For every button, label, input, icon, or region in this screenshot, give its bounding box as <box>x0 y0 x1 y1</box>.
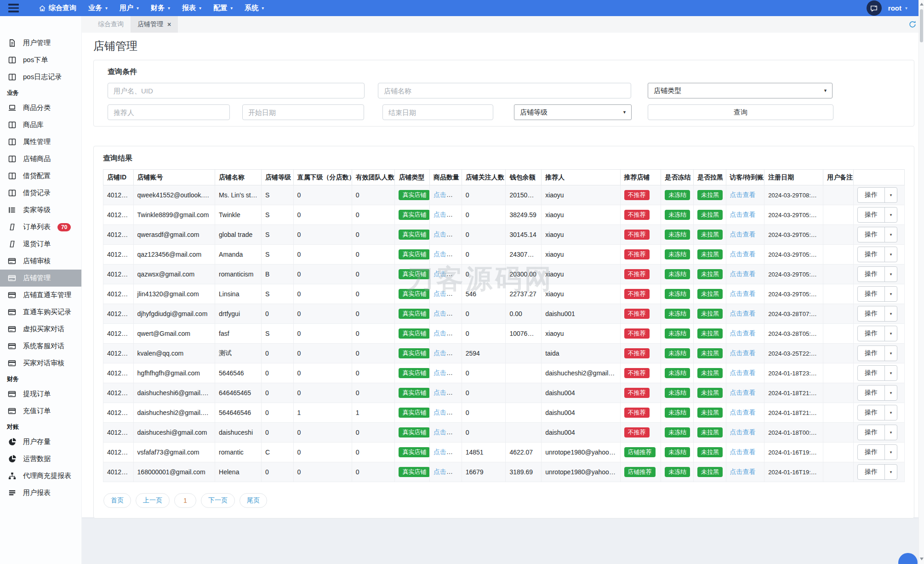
sidebar-item[interactable]: 买家对话审核 <box>0 355 81 372</box>
nav-item-1[interactable]: 业务▾ <box>88 4 108 12</box>
caret-down-icon[interactable]: ▾ <box>884 227 897 242</box>
caret-down-icon[interactable]: ▾ <box>884 247 897 262</box>
menu-toggle-icon[interactable] <box>0 0 27 16</box>
action-button[interactable]: 操作▾ <box>857 365 897 381</box>
view-link[interactable]: 点击查看 <box>433 211 459 218</box>
action-button[interactable]: 操作▾ <box>857 326 897 341</box>
caret-down-icon[interactable]: ▾ <box>884 306 897 321</box>
shop-name-input[interactable] <box>378 83 631 98</box>
nav-item-5[interactable]: 配置▾ <box>213 4 233 12</box>
view-link[interactable]: 点击查看 <box>730 270 756 277</box>
view-link[interactable]: 点击查看 <box>433 329 459 337</box>
action-button[interactable]: 操作▾ <box>857 266 897 282</box>
view-link[interactable]: 点击查看 <box>730 290 756 297</box>
action-button[interactable]: 操作▾ <box>857 405 897 420</box>
view-link[interactable]: 点击查看 <box>433 389 459 396</box>
start-date-input[interactable] <box>242 104 364 120</box>
page-scrollbar[interactable] <box>918 0 924 564</box>
close-icon[interactable]: × <box>167 21 171 28</box>
view-link[interactable]: 点击查看 <box>433 428 459 436</box>
search-button[interactable]: 查询 <box>648 104 833 120</box>
view-link[interactable]: 点击查看 <box>730 310 756 317</box>
view-link[interactable]: 点击查看 <box>433 290 459 297</box>
sidebar-item[interactable]: 充值订单 <box>0 403 81 420</box>
action-button[interactable]: 操作▾ <box>857 464 897 480</box>
scrollbar-thumb[interactable] <box>920 9 923 42</box>
user-menu[interactable]: root ▾ <box>888 4 907 12</box>
sidebar-item[interactable]: 商品分类 <box>0 99 81 116</box>
tab-query[interactable]: 综合查询 <box>91 16 131 33</box>
sidebar-item[interactable]: 店铺商品 <box>0 150 81 167</box>
caret-down-icon[interactable]: ▾ <box>884 267 897 282</box>
caret-down-icon[interactable]: ▾ <box>884 366 897 380</box>
caret-down-icon[interactable]: ▾ <box>884 346 897 361</box>
nav-item-0[interactable]: 综合查询 <box>39 4 76 12</box>
view-link[interactable]: 点击查看 <box>730 389 756 396</box>
pagination-button[interactable]: 首页 <box>103 493 131 508</box>
caret-down-icon[interactable]: ▾ <box>884 326 897 341</box>
action-button[interactable]: 操作▾ <box>857 444 897 460</box>
view-link[interactable]: 点击查看 <box>730 409 756 416</box>
caret-down-icon[interactable]: ▾ <box>884 386 897 400</box>
view-link[interactable]: 点击查看 <box>730 250 756 258</box>
username-input[interactable] <box>108 83 365 98</box>
action-button[interactable]: 操作▾ <box>857 286 897 302</box>
view-link[interactable]: 点击查看 <box>730 191 756 198</box>
caret-down-icon[interactable]: ▾ <box>884 425 897 440</box>
sidebar-item[interactable]: 卖家等级 <box>0 201 81 219</box>
view-link[interactable]: 点击查看 <box>730 428 756 436</box>
view-link[interactable]: 点击查看 <box>433 270 459 277</box>
scroll-up-icon[interactable] <box>920 3 924 6</box>
caret-down-icon[interactable]: ▾ <box>884 188 897 202</box>
sidebar-item[interactable]: 商品库 <box>0 116 81 133</box>
tab-shop-management[interactable]: 店铺管理 × <box>131 16 178 33</box>
action-button[interactable]: 操作▾ <box>857 385 897 401</box>
view-link[interactable]: 点击查看 <box>433 448 459 455</box>
sidebar-item[interactable]: 店铺审核 <box>0 253 81 270</box>
pagination-button[interactable]: 上一页 <box>136 493 170 508</box>
sidebar-item[interactable]: 退货订单 <box>0 236 81 253</box>
sidebar-item[interactable]: pos下单 <box>0 52 81 69</box>
action-button[interactable]: 操作▾ <box>857 227 897 242</box>
end-date-input[interactable] <box>382 104 493 120</box>
sidebar-item[interactable]: 用户存量 <box>0 433 81 450</box>
action-button[interactable]: 操作▾ <box>857 425 897 440</box>
pagination-current-page[interactable]: 1 <box>174 493 196 508</box>
sidebar-item[interactable]: 系统客服对话 <box>0 338 81 355</box>
view-link[interactable]: 点击查看 <box>433 191 459 198</box>
view-link[interactable]: 点击查看 <box>433 369 459 376</box>
view-link[interactable]: 点击查看 <box>433 349 459 357</box>
pagination-button[interactable]: 下一页 <box>201 493 235 508</box>
view-link[interactable]: 点击查看 <box>730 211 756 218</box>
view-link[interactable]: 点击查看 <box>730 468 756 475</box>
caret-down-icon[interactable]: ▾ <box>884 465 897 479</box>
action-button[interactable]: 操作▾ <box>857 345 897 361</box>
sidebar-item[interactable]: 用户报表 <box>0 484 81 501</box>
view-link[interactable]: 点击查看 <box>730 349 756 357</box>
action-button[interactable]: 操作▾ <box>857 187 897 203</box>
action-button[interactable]: 操作▾ <box>857 207 897 223</box>
sidebar-item[interactable]: 店铺管理 <box>0 270 81 287</box>
view-link[interactable]: 点击查看 <box>433 250 459 258</box>
refresh-icon[interactable] <box>908 20 917 30</box>
nav-item-4[interactable]: 报表▾ <box>182 4 201 12</box>
nav-item-6[interactable]: 系统▾ <box>245 4 264 12</box>
shop-level-select[interactable]: 店铺等级 ▼ <box>514 104 632 120</box>
sidebar-item[interactable]: pos日志记录 <box>0 69 81 86</box>
caret-down-icon[interactable]: ▾ <box>884 445 897 460</box>
view-link[interactable]: 点击查看 <box>433 310 459 317</box>
nav-item-3[interactable]: 财务▾ <box>151 4 170 12</box>
sidebar-item[interactable]: 提现订单 <box>0 386 81 403</box>
sidebar-item[interactable]: 店铺直通车管理 <box>0 287 81 304</box>
sidebar-item[interactable]: 运营数据 <box>0 450 81 467</box>
scroll-down-icon[interactable] <box>920 558 924 560</box>
chat-button[interactable] <box>867 0 882 16</box>
sidebar-item[interactable]: 虚拟买家对话 <box>0 321 81 338</box>
view-link[interactable]: 点击查看 <box>730 369 756 376</box>
sidebar-item[interactable]: 属性管理 <box>0 133 81 150</box>
caret-down-icon[interactable]: ▾ <box>884 405 897 420</box>
sidebar-item[interactable]: 直通车购买记录 <box>0 304 81 321</box>
shop-type-select[interactable]: 店铺类型 ▼ <box>648 83 833 98</box>
action-button[interactable]: 操作▾ <box>857 247 897 262</box>
view-link[interactable]: 点击查看 <box>433 230 459 238</box>
